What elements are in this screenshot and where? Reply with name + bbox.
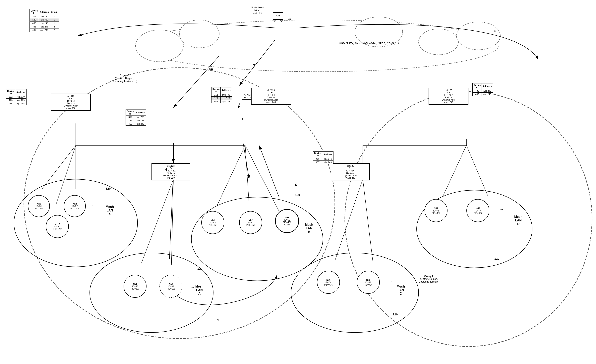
diagram-container: DeviceId Address Group 312 xyz.730 1 123…: [0, 0, 596, 364]
cx-table: DeviceId Address 312 xyz.730 123 xyz.729…: [6, 89, 27, 105]
table-row: 456 xyz.248 1: [30, 22, 59, 25]
node-nx1: Nx1 ID=51 PID=312: [28, 195, 50, 217]
svg-line-26: [466, 145, 488, 197]
find-box: 2 - Find ID=123: [242, 93, 252, 100]
table-row: 456 xyz.248: [126, 122, 146, 126]
wan-label: WAN (PSTN, Mesh Wi-Fi,WiMax, GPRS, CDMA,…: [339, 42, 399, 45]
svg-line-19: [171, 179, 173, 265]
group2-label: Group 2 (District, Region, Operating Ter…: [419, 275, 439, 283]
svg-rect-38: [275, 21, 282, 22]
top-device-table: DeviceId Address Group 312 xyz.730 1 123…: [30, 9, 59, 32]
table-row: 123 xyz.729: [6, 99, 27, 102]
node-nc1: Nc1 ID=54 PID=436: [317, 271, 340, 294]
top-table-header-group: Group: [50, 9, 59, 15]
mesh-lan-d-label: Mesh LAN D: [514, 215, 522, 226]
svg-line-24: [363, 179, 373, 261]
table-row: 436 abc.246: [473, 89, 493, 93]
node-nd2: Nd2 ID=77 PID=437: [466, 199, 489, 222]
mesh-lan-c-label: Mesh LAN C: [397, 285, 405, 296]
table-row: 456 xyz.248: [211, 100, 232, 103]
step-4-label: 4: [165, 167, 167, 171]
step-2-label: 2: [242, 117, 243, 121]
step-5-label: 5: [295, 183, 297, 187]
step-6-label: 6: [494, 29, 496, 33]
svg-line-23: [335, 179, 363, 261]
svg-point-10: [191, 197, 323, 281]
cc-info-box: def.123 Cc ID = 436 Static or Dynamic Ad…: [331, 163, 370, 180]
step-120-a: 120: [197, 267, 202, 270]
node-nb2: Nb2 ID=67 PID=456: [239, 211, 262, 234]
step-120-b: 120: [295, 193, 300, 197]
svg-point-8: [14, 179, 138, 267]
ca-info-box: def.123 Ca ▼ ID = 123 Static or Dynamic …: [151, 163, 190, 180]
node-nx17: Nx17 ID=57 PID=312: [46, 215, 69, 238]
svg-point-0: [140, 20, 498, 72]
dots-c: ...: [391, 279, 393, 282]
table-row: 123 xyz.729 1: [30, 18, 59, 22]
table-row: 437 abc.249: [313, 161, 334, 164]
cd-table: DeviceId Address 436 abc.246 437 abc.249: [472, 83, 493, 96]
table-row: 436 abc.246: [313, 157, 334, 161]
svg-point-2: [179, 20, 219, 48]
svg-line-20: [217, 145, 245, 205]
step-120-c: 120: [393, 313, 398, 316]
step-120-x: 120: [106, 187, 111, 190]
arrows-svg: [0, 0, 596, 364]
node-na2-b: Na2 ID=53 PID=456 <123>: [275, 209, 299, 233]
step-120-d: 120: [494, 257, 499, 260]
static-host-label: Static Host Addr = def.123: [251, 6, 264, 15]
table-row: 123 xyz.729: [126, 119, 146, 122]
table-row: 437 abc.249: [473, 93, 493, 96]
mesh-lan-b-label: Mesh LAN B: [305, 223, 313, 234]
top-table-header-id: DeviceId: [30, 9, 39, 15]
computer-icon: 122: [271, 11, 285, 25]
dots-a: ...: [191, 285, 194, 288]
svg-line-22: [245, 145, 281, 215]
table-row: 312 xyz.730: [6, 95, 27, 99]
cd-info-box: def.123 Cd ID = 437 Static or Dynamic Ad…: [429, 87, 469, 105]
top-table-header-address: Address: [39, 9, 50, 15]
svg-point-7: [345, 92, 592, 347]
svg-text:122: 122: [276, 15, 280, 17]
svg-point-5: [456, 22, 500, 50]
svg-line-18: [142, 179, 173, 263]
step-3-label: 3: [253, 64, 255, 67]
node-na2-a: Na2 ID=53 PID=123: [159, 275, 182, 298]
static-host-addr-value: def.123: [251, 12, 264, 15]
svg-point-1: [135, 30, 183, 62]
cb-table: DeviceId Address 312 xyz.730 123 xyz.729…: [211, 87, 232, 103]
svg-rect-37: [276, 20, 280, 21]
table-row: 123 xyz.729: [211, 97, 232, 100]
node-na1: Na1 ID=58 PID=123: [124, 275, 147, 298]
svg-line-21: [245, 145, 249, 205]
svg-line-25: [442, 145, 466, 197]
step-3a-label: 3a: [288, 17, 291, 20]
node-nb1: Nb1 ID=63 PID=456: [201, 211, 224, 234]
table-row: 436 abc.246 2: [30, 25, 59, 29]
svg-point-9: [90, 253, 213, 333]
dots-d: ...: [500, 207, 503, 211]
svg-line-15: [42, 145, 76, 189]
cb-info-box: def.123 Cb ID = 456 Static or Dynamic Ad…: [251, 87, 291, 105]
node-nx2: Nx2 ID=52 PID=312: [64, 195, 86, 217]
step-1-label: 1: [217, 319, 219, 322]
table-row: 312 xyz.730 1: [30, 15, 59, 18]
node-nc2: Nc2 ID=72 PID=436: [357, 271, 380, 294]
mesh-lan-x-label: Mesh LAN X: [106, 205, 114, 216]
group1-label: Group 1 (District, Region, Operating Ter…: [112, 74, 137, 83]
step-6a-label: 6a: [209, 67, 213, 71]
cx-info-box: def.123 Cx ID = 312 Static or Dynamic Ad…: [51, 94, 91, 111]
table-row: 456 xyz.248: [6, 102, 27, 105]
svg-point-4: [419, 29, 458, 55]
table-row: 437 abc.249 2: [30, 29, 59, 32]
cc-table: DeviceId Address 436 abc.246 437 abc.249: [313, 151, 334, 164]
static-host-addr-label: Addr =: [251, 9, 264, 12]
static-host-title: Static Host: [251, 6, 264, 9]
dots-x: ...: [92, 203, 94, 207]
ca-table: DeviceId Address 312 xyz.730 123 xyz.729…: [126, 109, 146, 126]
table-row: 312 xyz.730: [126, 116, 146, 119]
mesh-lan-a-label: Mesh LAN A: [195, 285, 203, 296]
table-row: 312 xyz.730: [211, 93, 232, 97]
node-nd1: Nd1 ID=75 PID=437: [425, 199, 447, 222]
